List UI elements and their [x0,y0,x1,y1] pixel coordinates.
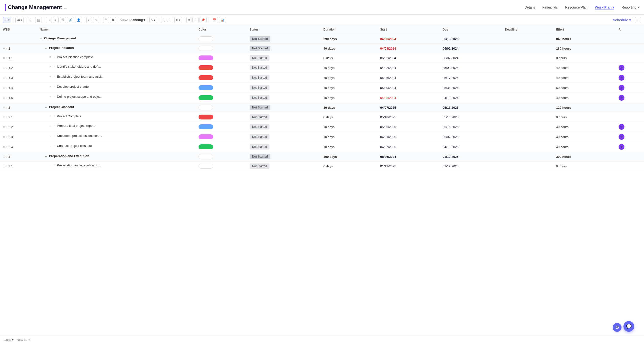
drag-handle-icon[interactable]: ≡ [3,76,5,80]
cell-color[interactable] [196,122,247,132]
cell-name[interactable]: ≡⠿Prepare final project report [37,122,196,129]
cell-color[interactable] [196,93,247,103]
cell-due[interactable]: 05/18/2025 [440,34,502,44]
cell-start[interactable]: 05/20/2024 [377,83,440,93]
cell-status[interactable]: Not Started [247,63,320,73]
cell-status[interactable]: Not Started [247,103,320,112]
drag-handle-icon[interactable]: ≡ [3,86,5,90]
collapse-button[interactable]: ▤ [35,17,42,23]
cell-name[interactable]: ≡⠿Develop project charter [37,83,196,90]
cell-color[interactable] [196,73,247,83]
cell-status[interactable]: Not Started [247,34,320,44]
tab-resource-plan[interactable]: Resource Plan [565,4,588,10]
tab-reporting[interactable]: Reporting ▾ [622,4,639,10]
cell-status[interactable]: Not Started [247,142,320,152]
redo-button[interactable]: ↪ [93,17,99,23]
drag-handle-icon[interactable]: ≡ [3,96,5,100]
drag-handle-icon[interactable]: ≡ [3,66,5,70]
outdent-button[interactable]: ⇤ [53,17,59,23]
collapse-chevron-icon[interactable]: ⌄ [44,154,48,158]
cell-name[interactable]: ≡⠿Document project lessons lear... [37,132,196,139]
tab-financials[interactable]: Financials [542,4,558,10]
cell-start[interactable]: 04/21/2025 [377,132,440,142]
drag-handle-icon[interactable]: ≡ [3,106,5,109]
row-drag-icon[interactable]: ≡ [50,85,51,88]
cell-due[interactable]: 05/03/2024 [440,63,502,73]
collapse-chevron-icon[interactable]: ⌄ [44,105,48,109]
cell-start[interactable]: 04/07/2025 [377,142,440,152]
cell-name[interactable]: ≡⠿Establish project team and assi... [37,73,196,80]
cell-name[interactable]: ≡⠿Conduct project closeout [37,142,196,150]
cell-status[interactable]: Not Started [247,112,320,122]
column-settings-button[interactable]: ⊞ ▾ [174,17,182,23]
drag-handle-icon[interactable]: ≡ [3,145,5,149]
collapse-chevron-icon[interactable]: ⌄ [44,46,48,50]
cell-status[interactable]: Not Started [247,132,320,142]
assign-button[interactable]: 👤 [75,17,82,23]
schedule-button[interactable]: Schedule ▾ [613,18,631,22]
cell-start[interactable]: 04/08/2024 [377,44,440,53]
indent-button[interactable]: ⇥ [46,17,52,23]
cell-name[interactable]: ⌄Change Management [37,34,196,42]
cell-due[interactable]: 05/18/2025 [440,112,502,122]
cell-due[interactable]: 06/02/2024 [440,44,502,53]
add-col-button[interactable]: ⊞ [28,17,34,23]
cell-name[interactable]: ≡⠿Define project scope and obje... [37,93,196,100]
cell-due[interactable]: 05/17/2024 [440,73,502,83]
cell-start[interactable]: 05/05/2025 [377,122,440,132]
cell-name[interactable]: ⌄Preparation and Execution [37,152,196,160]
power-button[interactable]: ⏻ [613,323,622,332]
cell-name[interactable]: ⌄Project Initiation [37,44,196,51]
cell-start[interactable]: 06/02/2024 [377,53,440,63]
cell-due[interactable]: 05/18/2025 [440,103,502,112]
drag-handle-icon[interactable]: ≡ [3,135,5,139]
settings-button[interactable]: ⚙ [110,17,116,23]
drag-handle-icon[interactable]: ≡ [3,125,5,129]
cell-color[interactable] [196,152,247,161]
cell-due[interactable]: 04/19/2024 [440,93,502,103]
row-drag-icon[interactable]: ≡ [50,95,51,98]
columns-button[interactable]: ⋮⋮⋮ [161,17,173,23]
cell-name[interactable]: ⌄Project Closeout [37,103,196,111]
drag-handle-icon[interactable]: ≡ [3,155,5,159]
cell-color[interactable] [196,34,247,44]
cell-start[interactable]: 04/07/2025 [377,103,440,112]
row-drag-icon[interactable]: ≡ [50,144,51,148]
drag-handle-icon[interactable]: ≡ [3,115,5,119]
calendar-button[interactable]: 📅 [211,17,218,23]
cell-status[interactable]: Not Started [247,93,320,103]
cell-start[interactable]: 01/12/2025 [377,161,440,171]
new-item-label[interactable]: New Item [17,338,30,340]
row-drag-icon[interactable]: ≡ [50,134,51,138]
view-value-button[interactable]: Planning ▾ [130,18,146,22]
drag-handle-icon[interactable]: ≡ [3,47,5,50]
cell-start[interactable]: 05/06/2024 [377,73,440,83]
cell-status[interactable]: Not Started [247,161,320,171]
cell-due[interactable]: 01/12/2025 [440,161,502,171]
cell-name[interactable]: ≡⠿Project initiation complete [37,53,196,61]
drag-handle-icon[interactable]: ≡ [3,164,5,168]
cell-name[interactable]: ≡⠿Identify stakeholders and defi... [37,63,196,70]
row-lines-button[interactable]: ☰ [192,17,198,23]
cell-start[interactable]: 08/26/2024 [377,152,440,161]
more-menu-button[interactable]: ☰ [635,17,641,23]
cell-color[interactable] [196,132,247,142]
table-view-button[interactable]: ⊟ [103,17,109,23]
row-drag-icon[interactable]: ≡ [50,114,51,118]
cell-name[interactable]: ≡⠿Project Complete [37,112,196,120]
tab-work-plan[interactable]: Work Plan ▾ [595,4,614,10]
cell-name[interactable]: ≡⠿Preparation and execution co... [37,161,196,169]
pin-button[interactable]: 📌 [200,17,206,23]
grid-view-button[interactable]: ⊞ ▾ [3,17,11,23]
tab-details[interactable]: Details [524,4,535,10]
row-drag-icon[interactable]: ≡ [50,124,51,128]
cell-color[interactable] [196,53,247,63]
cell-color[interactable] [196,112,247,122]
row-height-button[interactable]: ≡ [186,17,192,23]
cell-color[interactable] [196,103,247,112]
chat-fab-button[interactable]: 💬 [624,321,634,332]
filter-button[interactable]: ▽ ▾ [150,17,157,23]
cell-status[interactable]: Not Started [247,73,320,83]
cell-status[interactable]: Not Started [247,53,320,63]
tasks-tab[interactable]: Tasks ▾ [3,338,14,340]
